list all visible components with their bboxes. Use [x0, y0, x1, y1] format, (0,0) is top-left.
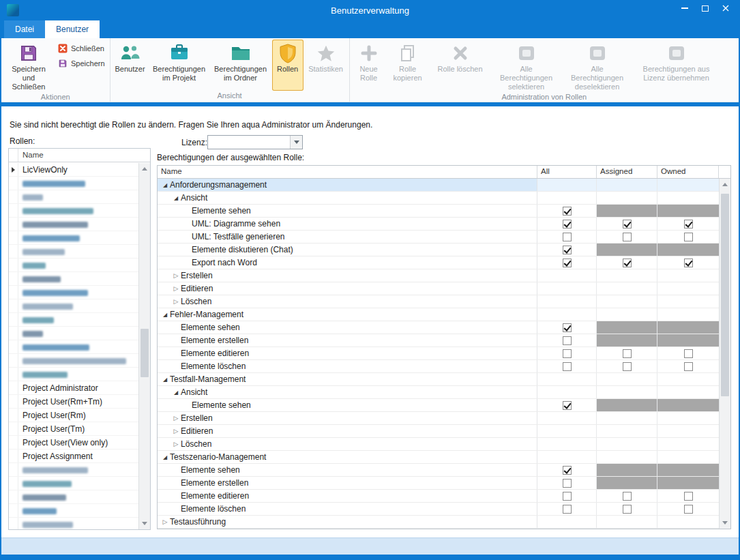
permission-row[interactable]: Export nach Word [158, 256, 719, 269]
role-list-item[interactable] [9, 245, 138, 259]
role-list-item[interactable] [9, 368, 138, 381]
permission-row[interactable]: Elemente diskutieren (Chat) [158, 244, 719, 256]
checkbox-checked[interactable] [563, 466, 572, 475]
permissions-scrollbar[interactable] [719, 179, 730, 529]
permissions-scroll-down-button[interactable] [720, 517, 731, 529]
tree-expander-icon[interactable] [160, 377, 170, 383]
checkbox-checked[interactable] [623, 259, 632, 267]
roles-scrollbar[interactable] [138, 163, 150, 529]
permission-row[interactable]: Elemente editieren [158, 347, 719, 360]
role-list-item[interactable] [9, 218, 138, 231]
tree-expander-icon[interactable] [171, 285, 181, 292]
tree-expander-icon[interactable] [160, 182, 170, 188]
berechtigungen-projekt-button[interactable]: Berechtigungen im Projekt [149, 40, 209, 91]
roles-scroll-track[interactable] [139, 175, 150, 518]
tab-datei[interactable]: Datei [4, 20, 45, 38]
permission-row[interactable]: Löschen [158, 438, 719, 451]
column-header-assigned[interactable]: Assigned [597, 166, 657, 178]
berechtigungen-ordner-button[interactable]: Berechtigungen im Ordner [211, 40, 271, 91]
checkbox-unchecked[interactable] [684, 492, 693, 501]
checkbox-unchecked[interactable] [623, 233, 632, 241]
minimize-button[interactable] [675, 0, 695, 16]
role-list-item[interactable] [9, 327, 138, 340]
checkbox-unchecked[interactable] [563, 492, 572, 501]
tree-expander-icon[interactable] [171, 298, 181, 305]
role-list-item[interactable] [9, 490, 138, 504]
permission-row[interactable]: Löschen [158, 295, 719, 308]
column-header-name[interactable]: Name [158, 166, 537, 178]
roles-scroll-thumb[interactable] [140, 329, 149, 377]
checkbox-unchecked[interactable] [684, 362, 693, 371]
checkbox-checked[interactable] [563, 246, 572, 254]
column-header-all[interactable]: All [537, 166, 597, 178]
checkbox-unchecked[interactable] [623, 362, 632, 371]
checkbox-unchecked[interactable] [563, 505, 572, 514]
checkbox-unchecked[interactable] [623, 505, 632, 514]
save-button[interactable]: Speichern [58, 59, 105, 68]
checkbox-unchecked[interactable] [563, 349, 572, 358]
maximize-button[interactable] [695, 0, 715, 16]
permission-row[interactable]: Elemente editieren [158, 490, 719, 503]
roles-scroll-up-button[interactable] [139, 163, 151, 175]
tree-expander-icon[interactable] [171, 389, 181, 396]
license-combobox[interactable] [207, 135, 303, 149]
role-list-item[interactable]: Project User(View only) [9, 436, 138, 450]
permission-row[interactable]: Fehler-Management [158, 308, 719, 321]
tree-expander-icon[interactable] [160, 454, 170, 460]
tree-expander-icon[interactable] [171, 415, 181, 422]
tree-expander-icon[interactable] [171, 428, 181, 434]
column-header-owned[interactable]: Owned [657, 166, 719, 178]
role-list-item[interactable] [9, 354, 138, 368]
permission-row[interactable]: UML: Testfälle generieren [158, 231, 719, 244]
checkbox-checked[interactable] [623, 220, 632, 229]
roles-name-column-header[interactable]: Name [18, 149, 150, 162]
permission-row[interactable]: Testszenario-Management [158, 451, 719, 464]
role-list-item[interactable]: Project Assignment [9, 450, 138, 463]
close-button[interactable] [715, 0, 736, 16]
tree-expander-icon[interactable] [171, 195, 181, 201]
checkbox-unchecked[interactable] [623, 349, 632, 358]
role-list-item[interactable] [9, 272, 138, 286]
role-list-item[interactable] [9, 286, 138, 299]
tree-expander-icon[interactable] [171, 441, 181, 447]
permission-row[interactable]: Ansicht [158, 192, 719, 205]
role-list-item[interactable] [9, 477, 138, 490]
permission-row[interactable]: Elemente löschen [158, 503, 719, 516]
role-list-item[interactable] [9, 463, 138, 477]
permission-row[interactable]: Erstellen [158, 269, 719, 282]
checkbox-unchecked[interactable] [563, 362, 572, 371]
permission-row[interactable]: Testausführung [158, 516, 719, 529]
role-list-item[interactable] [9, 504, 138, 518]
permission-row[interactable]: Editieren [158, 282, 719, 295]
tree-expander-icon[interactable] [160, 518, 170, 525]
checkbox-unchecked[interactable] [563, 233, 572, 241]
save-and-close-button[interactable]: Speichern und Schließen [3, 40, 54, 92]
role-list-item[interactable] [9, 299, 138, 313]
permission-row[interactable]: UML: Diagramme sehen [158, 218, 719, 231]
permission-row[interactable]: Erstellen [158, 412, 719, 425]
checkbox-unchecked[interactable] [563, 479, 572, 488]
permission-row[interactable]: Elemente erstellen [158, 477, 719, 490]
role-list-item[interactable] [9, 204, 138, 218]
role-list-item[interactable] [9, 259, 138, 272]
checkbox-unchecked[interactable] [623, 492, 632, 501]
role-list-item[interactable] [9, 340, 138, 354]
checkbox-checked[interactable] [563, 323, 572, 332]
role-list-item[interactable] [9, 518, 138, 529]
permission-row[interactable]: Elemente sehen [158, 321, 719, 334]
permission-row[interactable]: Anforderungsmanagement [158, 179, 719, 192]
roles-list-header[interactable]: Name [9, 149, 150, 162]
permission-row[interactable]: Testfall-Management [158, 373, 719, 386]
role-list-item[interactable] [9, 190, 138, 204]
permission-row[interactable]: Ansicht [158, 386, 719, 399]
checkbox-checked[interactable] [563, 401, 572, 410]
checkbox-unchecked[interactable] [684, 505, 693, 514]
checkbox-unchecked[interactable] [684, 233, 693, 241]
permissions-scroll-track[interactable] [720, 190, 730, 517]
checkbox-checked[interactable] [684, 259, 693, 267]
role-list-item[interactable]: LicViewOnly [9, 163, 138, 177]
permission-row[interactable]: Elemente erstellen [158, 334, 719, 347]
role-list-item[interactable]: Project User(Rm+Tm) [9, 395, 138, 409]
license-combobox-dropdown-button[interactable] [290, 136, 302, 149]
rollen-button[interactable]: Rollen [272, 40, 304, 91]
